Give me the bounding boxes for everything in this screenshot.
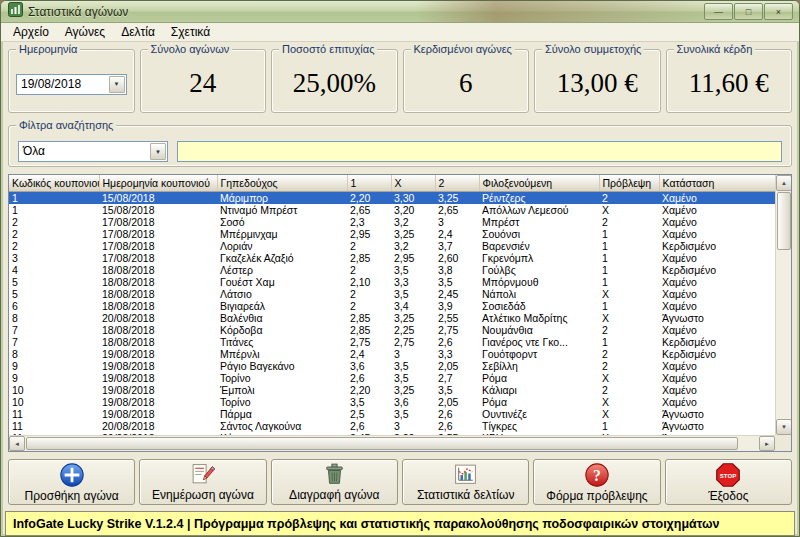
menubar: ΑρχείοΑγώνεςΔελτίαΣχετικά	[1, 23, 799, 42]
delete-match-label: Διαγραφή αγώνα	[289, 488, 379, 502]
stats-row: Ημερομηνία 19/08/2018 ▼ Σύνολο αγώνων 24…	[8, 49, 792, 113]
table-row[interactable]: 718/08/2018Κόρδοβα2,852,252,75Νουμάνθια2…	[9, 324, 775, 336]
table-row[interactable]: 1019/08/2018Τορίνο3,53,62,05ΡόμαXΧαμένο	[9, 396, 775, 408]
filter-type-value: Όλα	[19, 142, 149, 161]
menu-item[interactable]: Σχετικά	[163, 23, 218, 41]
menu-item[interactable]: Δελτία	[113, 23, 163, 41]
won-matches-label: Κερδισμένοι αγώνες	[411, 43, 515, 55]
column-header[interactable]: Κατάσταση	[659, 175, 775, 192]
vertical-scroll-thumb[interactable]	[777, 192, 791, 250]
menu-item[interactable]: Αγώνες	[57, 23, 113, 41]
app-window: Στατιστικά αγώνων — □ × ΑρχείοΑγώνεςΔελτ…	[0, 0, 800, 537]
date-dropdown-arrow-icon[interactable]: ▼	[109, 76, 125, 93]
date-value: 19/08/2018	[17, 75, 108, 94]
table-row[interactable]: 1120/08/2018Σάντος Λαγκούνα2,632,6Τίγκρε…	[9, 420, 775, 432]
filter-dropdown-arrow-icon[interactable]: ▼	[150, 143, 166, 160]
window-controls: — □ ×	[703, 3, 793, 20]
table-header-row: Κωδικός κουπονιούΗμερομηνία κουπονιούΓηπ…	[9, 175, 775, 192]
add-match-label: Προσθήκη αγώνα	[25, 489, 119, 503]
total-profit-value: 11,60 €	[689, 68, 769, 99]
scroll-up-icon[interactable]: ▲	[776, 175, 792, 191]
horizontal-scroll-thumb[interactable]	[26, 437, 738, 450]
maximize-button[interactable]: □	[734, 3, 763, 20]
scroll-left-icon[interactable]: ◄	[9, 436, 25, 451]
total-profit-groupbox: Συνολικά κέρδη 11,60 €	[666, 49, 793, 113]
update-match-label: Ενημέρωση αγώνα	[152, 488, 254, 502]
column-header[interactable]: Κωδικός κουπονιού	[9, 175, 99, 192]
maximize-icon: □	[746, 7, 751, 17]
horizontal-scrollbar[interactable]: ◄ ►	[9, 435, 775, 451]
table-row[interactable]: 1119/08/2018Πάρμα2,53,52,6ΟυντινέζεXΆγνω…	[9, 408, 775, 420]
table-row[interactable]: 919/08/2018Ράγιο Βαγεκάνο3,63,52,05Σεβίλ…	[9, 360, 775, 372]
column-header[interactable]: 1	[347, 175, 391, 192]
total-matches-groupbox: Σύνολο αγώνων 24	[140, 49, 267, 113]
matches-table: Κωδικός κουπονιούΗμερομηνία κουπονιούΓηπ…	[8, 174, 792, 452]
total-matches-value: 24	[189, 68, 216, 99]
prediction-form-button[interactable]: ? Φόρμα πρόβλεψης	[533, 459, 660, 505]
statusbar-text: InfoGate Lucky Strike V.1.2.4 | Πρόγραμμ…	[13, 517, 720, 531]
total-profit-label: Συνολικά κέρδη	[674, 43, 756, 55]
date-label: Ημερομηνία	[16, 43, 80, 55]
table-row[interactable]: 217/08/2018Λοριάν23,23,7Βαρενσιέν1Κερδισ…	[9, 240, 775, 252]
won-matches-groupbox: Κερδισμένοι αγώνες 6	[403, 49, 530, 113]
table-row[interactable]: 217/08/2018Μπέρμινχαμ2,953,252,4Σουόνσι1…	[9, 228, 775, 240]
table-row[interactable]: 217/08/2018Σοσό2,33,23Μπρέστ2Χαμένο	[9, 216, 775, 228]
column-header[interactable]: Φιλοξενούμενη	[479, 175, 599, 192]
table-row[interactable]: 518/08/2018Γουέστ Χαμ2,103,33,5Μπόρνμουθ…	[9, 276, 775, 288]
filters-label: Φίλτρα αναζήτησης	[16, 119, 116, 131]
edit-icon	[190, 462, 215, 487]
table-row[interactable]: 115/08/2018Μάριμπορ2,203,303,25Ρέιντζερς…	[9, 192, 775, 205]
minimize-icon: —	[714, 7, 723, 17]
chart-icon	[453, 462, 478, 487]
table-row[interactable]: 1019/08/2018Έμπολι2,203,253,5Κάλιαρι2Χαμ…	[9, 384, 775, 396]
stop-glyph: STOP	[720, 472, 736, 478]
table-row[interactable]: 820/08/2018Βαλένθια2,853,252,55Ατλέτικο …	[9, 312, 775, 324]
column-header[interactable]: X	[391, 175, 435, 192]
table-row[interactable]: 718/08/2018Τιτάνες2,752,752,6Γιανέρος ντ…	[9, 336, 775, 348]
total-matches-label: Σύνολο αγώνων	[148, 43, 233, 55]
window-title: Στατιστικά αγώνων	[28, 5, 698, 19]
total-stake-groupbox: Σύνολο συμμετοχής 13,00 €	[534, 49, 661, 113]
table-row[interactable]: 317/08/2018Γκαζελέκ Αζαξιό2,852,952,60Γκ…	[9, 252, 775, 264]
won-matches-value: 6	[459, 68, 473, 99]
scroll-right-icon[interactable]: ►	[759, 436, 775, 451]
update-match-button[interactable]: Ενημέρωση αγώνα	[139, 459, 266, 505]
filters-groupbox: Φίλτρα αναζήτησης Όλα ▼	[8, 125, 792, 167]
minimize-button[interactable]: —	[704, 3, 733, 20]
column-header[interactable]: Γηπεδούχος	[217, 175, 347, 192]
exit-button[interactable]: STOP Έξοδος	[665, 459, 792, 505]
table-row[interactable]: 919/08/2018Τορίνο2,63,52,7ΡόμαXΧαμένο	[9, 372, 775, 384]
question-glyph: ?	[593, 466, 601, 483]
question-icon: ?	[584, 462, 610, 488]
table-body: 115/08/2018Μάριμπορ2,203,303,25Ρέιντζερς…	[9, 192, 775, 436]
coupon-stats-button[interactable]: Στατιστικά δελτίων	[402, 459, 529, 505]
filter-type-combobox[interactable]: Όλα ▼	[18, 141, 168, 162]
delete-match-button[interactable]: Διαγραφή αγώνα	[271, 459, 398, 505]
success-rate-groupbox: Ποσοστό επιτυχίας 25,00%	[271, 49, 398, 113]
table-row[interactable]: 418/08/2018Λέστερ23,53,8Γούλβς1Κερδισμέν…	[9, 264, 775, 276]
prediction-form-label: Φόρμα πρόβλεψης	[546, 489, 647, 503]
exit-label: Έξοδος	[708, 489, 748, 503]
table-grid-area: Κωδικός κουπονιούΗμερομηνία κουπονιούΓηπ…	[9, 175, 775, 435]
column-header[interactable]: Πρόβλεψη	[599, 175, 659, 192]
table-row[interactable]: 115/08/2018Ντιναμό Μπρέστ2,653,202,65Από…	[9, 204, 775, 216]
search-input[interactable]	[177, 141, 782, 162]
success-rate-label: Ποσοστό επιτυχίας	[279, 43, 377, 55]
scroll-down-icon[interactable]: ▼	[776, 419, 792, 435]
date-combobox[interactable]: 19/08/2018 ▼	[16, 74, 127, 95]
table-row[interactable]: 819/08/2018Μπέρνλι2,433,3Γουότφορντ2Κερδ…	[9, 348, 775, 360]
titlebar: Στατιστικά αγώνων — □ ×	[1, 1, 799, 23]
column-header[interactable]: 2	[435, 175, 479, 192]
vertical-scrollbar[interactable]: ▲ ▼	[775, 175, 791, 435]
table-row[interactable]: 518/08/2018Λάτσιο23,52,45ΝάπολιXΧαμένο	[9, 288, 775, 300]
close-button[interactable]: ×	[764, 3, 793, 20]
table-row[interactable]: 618/08/2018Βιγιαρεάλ23,43,9Σοσιεδάδ1Χαμέ…	[9, 300, 775, 312]
close-icon: ×	[776, 7, 781, 17]
date-groupbox: Ημερομηνία 19/08/2018 ▼	[8, 49, 135, 113]
statusbar: InfoGate Lucky Strike V.1.2.4 | Πρόγραμμ…	[5, 511, 795, 536]
add-match-button[interactable]: Προσθήκη αγώνα	[8, 459, 135, 505]
app-icon	[8, 2, 23, 21]
column-header[interactable]: Ημερομηνία κουπονιού	[99, 175, 217, 192]
coupon-stats-label: Στατιστικά δελτίων	[417, 488, 515, 502]
menu-item[interactable]: Αρχείο	[5, 23, 57, 41]
